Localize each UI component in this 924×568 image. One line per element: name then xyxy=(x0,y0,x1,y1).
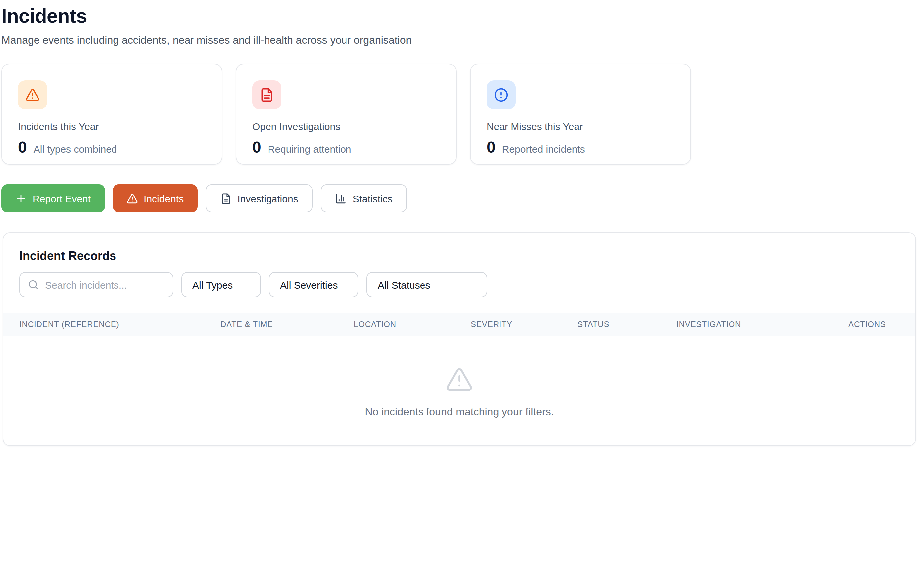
filter-severities-select[interactable]: All Severities xyxy=(269,272,358,297)
alert-circle-icon xyxy=(494,88,508,102)
filter-types-select[interactable]: All Types xyxy=(181,272,261,297)
stat-label: Incidents this Year xyxy=(18,121,206,132)
stat-icon-box xyxy=(252,80,281,109)
search-input[interactable] xyxy=(19,272,173,297)
empty-state: No incidents found matching your filters… xyxy=(3,337,915,418)
stats-row: Incidents this Year 0 All types combined… xyxy=(2,64,916,165)
triangle-alert-icon xyxy=(445,366,473,393)
stat-card-near-misses: Near Misses this Year 0 Reported inciden… xyxy=(470,64,691,165)
panel-title: Incident Records xyxy=(19,249,900,263)
column-header-investigation: INVESTIGATION xyxy=(676,320,848,329)
page-content: Incidents Manage events including accide… xyxy=(0,0,924,446)
report-event-button[interactable]: Report Event xyxy=(2,184,104,212)
stat-label: Open Investigations xyxy=(252,121,440,132)
page-subtitle: Manage events including accidents, near … xyxy=(2,33,916,48)
stat-sublabel: Reported incidents xyxy=(502,144,585,155)
column-header-actions: ACTIONS xyxy=(848,320,915,329)
toolbar: Report Event Incidents Investigations xyxy=(2,184,916,212)
stat-icon-box xyxy=(18,80,47,109)
page-title: Incidents xyxy=(2,4,916,28)
incidents-page: Incidents Manage events including accide… xyxy=(0,0,924,568)
tab-statistics-button[interactable]: Statistics xyxy=(321,184,407,212)
stat-value: 0 xyxy=(252,138,261,157)
search-box xyxy=(19,272,173,297)
stat-icon-box xyxy=(487,80,516,109)
column-header-location: LOCATION xyxy=(354,320,470,329)
filters-row: All Types All Severities All Statuses xyxy=(3,272,915,297)
incident-records-panel: Incident Records All Types All Severitie… xyxy=(3,232,916,446)
column-header-status: STATUS xyxy=(578,320,676,329)
plus-icon xyxy=(15,193,27,204)
tab-incidents-button[interactable]: Incidents xyxy=(112,184,198,212)
empty-message: No incidents found matching your filters… xyxy=(3,406,915,418)
stat-label: Near Misses this Year xyxy=(487,121,674,132)
file-text-icon xyxy=(220,193,231,204)
triangle-alert-icon xyxy=(127,193,138,204)
search-icon xyxy=(28,279,38,290)
column-header-severity: SEVERITY xyxy=(470,320,578,329)
stat-card-incidents-this-year: Incidents this Year 0 All types combined xyxy=(2,64,222,165)
table-header-row: INCIDENT (REFERENCE) DATE & TIME LOCATIO… xyxy=(3,313,915,337)
stat-value: 0 xyxy=(487,138,496,157)
bar-chart-icon xyxy=(336,193,347,204)
stat-sublabel: All types combined xyxy=(33,144,117,155)
tab-investigations-button[interactable]: Investigations xyxy=(206,184,313,212)
file-text-icon xyxy=(260,88,274,102)
filter-statuses-select[interactable]: All Statuses xyxy=(366,272,487,297)
stat-value: 0 xyxy=(18,138,27,157)
column-header-date-time: DATE & TIME xyxy=(220,320,354,329)
stat-card-open-investigations: Open Investigations 0 Requiring attentio… xyxy=(236,64,457,165)
stat-sublabel: Requiring attention xyxy=(268,144,351,155)
triangle-alert-icon xyxy=(25,88,40,102)
column-header-incident-reference: INCIDENT (REFERENCE) xyxy=(19,320,220,329)
